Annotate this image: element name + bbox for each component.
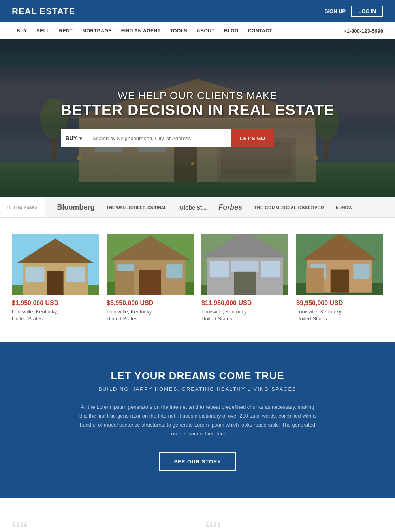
site-logo: REAL ESTATE — [12, 6, 75, 17]
quote-mark-icon: ““ — [205, 522, 383, 532]
nav-about[interactable]: ABOUT — [192, 22, 219, 39]
search-type-label: BUY — [66, 135, 77, 141]
bloomberg-logo[interactable]: Bloomberg — [57, 203, 95, 212]
testimonial-2: ““ There are many variations of passages… — [205, 522, 383, 532]
hero-content: WE HELP OUR CLIENTS MAKE BETTER DECISION… — [53, 90, 342, 147]
search-button[interactable]: LET'S GO — [231, 129, 274, 147]
listings-grid: $1,950,000 USD Louisville, Kentucky,Unit… — [12, 234, 383, 322]
listing-location: Louisville, Kentucky,United States — [201, 308, 288, 322]
listing-location: Louisville, Kentucky,United States — [107, 308, 194, 322]
signup-link[interactable]: SIGN UP — [325, 8, 346, 14]
svg-rect-38 — [234, 271, 256, 295]
svg-rect-30 — [139, 270, 161, 295]
dreams-section: LET YOUR DREAMS COME TRUE BUILDING HAPPY… — [0, 342, 395, 498]
dreams-text: All the Lorem Ipsum generators on the In… — [79, 403, 316, 438]
forbes-logo[interactable]: Forbes — [218, 203, 242, 212]
search-input[interactable] — [87, 129, 231, 147]
svg-rect-41 — [231, 261, 259, 272]
nav-phone: +1-800-123-5698 — [344, 28, 383, 34]
svg-rect-49 — [306, 268, 324, 293]
listing-card[interactable]: $9,950,000 USD Louisville, Kentucky,Unit… — [296, 234, 383, 322]
house-illustration-2 — [107, 234, 194, 295]
house-illustration-3 — [201, 234, 288, 295]
listings-section: $1,950,000 USD Louisville, Kentucky,Unit… — [0, 218, 395, 342]
chevron-down-icon — [79, 135, 82, 141]
listing-image — [107, 234, 194, 295]
listing-location: Louisville, Kentucky,United States — [296, 308, 383, 322]
header-actions: SIGN UP LOG IN — [325, 6, 383, 17]
listing-price: $11,950,000 USD — [201, 300, 288, 307]
svg-rect-23 — [47, 271, 63, 295]
hero-subtitle: WE HELP OUR CLIENTS MAKE — [61, 90, 335, 102]
header: REAL ESTATE SIGN UP LOG IN — [0, 0, 395, 22]
nav-contact[interactable]: CONTACT — [243, 22, 277, 39]
svg-rect-46 — [331, 270, 349, 293]
listing-card[interactable]: $1,950,000 USD Louisville, Kentucky,Unit… — [12, 234, 99, 322]
news-label: IN THE NEWS — [0, 197, 45, 217]
main-nav: BUY SELL RENT MORTGAGE FIND AN AGENT TOO… — [0, 22, 395, 39]
nav-blog[interactable]: BLOG — [219, 22, 243, 39]
listing-image — [201, 234, 288, 295]
svg-rect-39 — [210, 261, 229, 277]
listing-price: $1,950,000 USD — [12, 300, 99, 307]
wsj-logo[interactable]: THE WALL STREET JOURNAL. — [107, 205, 168, 210]
svg-rect-32 — [166, 264, 182, 278]
listing-image — [296, 234, 383, 295]
hero-section: WE HELP OUR CLIENTS MAKE BETTER DECISION… — [0, 39, 395, 197]
listing-price: $5,950,000 USD — [107, 300, 194, 307]
listing-card[interactable]: $11,950,000 USD Louisville, Kentucky,Uni… — [201, 234, 288, 322]
globe-logo[interactable]: Globe St... — [179, 204, 207, 211]
svg-rect-25 — [66, 267, 85, 282]
news-logos: Bloomberg THE WALL STREET JOURNAL. Globe… — [45, 203, 365, 212]
listing-image — [12, 234, 99, 295]
biznow-logo[interactable]: bizNOW — [336, 205, 352, 210]
see-story-button[interactable]: SEE OUR STORY — [159, 452, 236, 471]
svg-rect-24 — [25, 267, 44, 282]
nav-find-agent[interactable]: FIND AN AGENT — [117, 22, 166, 39]
hero-title: BETTER DECISION IN REAL ESTATE — [61, 102, 335, 119]
hero-search-bar: BUY LET'S GO — [61, 129, 274, 147]
svg-rect-40 — [261, 261, 280, 277]
listing-location: Louisville, Kentucky,United States — [12, 308, 99, 322]
news-bar: IN THE NEWS Bloomberg THE WALL STREET JO… — [0, 197, 395, 218]
svg-point-18 — [314, 155, 318, 160]
nav-buy[interactable]: BUY — [12, 22, 32, 39]
house-illustration-1 — [12, 234, 99, 295]
house-illustration-4 — [296, 234, 383, 295]
nav-sell[interactable]: SELL — [32, 22, 55, 39]
testimonial-1: ““ There are many variations of passages… — [12, 522, 190, 532]
svg-rect-48 — [353, 264, 369, 279]
nav-links: BUY SELL RENT MORTGAGE FIND AN AGENT TOO… — [12, 22, 277, 39]
login-button[interactable]: LOG IN — [351, 6, 383, 17]
svg-point-17 — [77, 155, 81, 160]
nav-rent[interactable]: RENT — [55, 22, 78, 39]
nav-tools[interactable]: TOOLS — [165, 22, 192, 39]
listing-price: $9,950,000 USD — [296, 300, 383, 307]
dreams-title: LET YOUR DREAMS COME TRUE — [12, 370, 383, 382]
dreams-subtitle: BUILDING HAPPY HOMES, CREATING HEALTHY L… — [12, 386, 383, 392]
quote-mark-icon: ““ — [12, 522, 190, 532]
listing-card[interactable]: $5,950,000 USD Louisville, Kentucky,Unit… — [107, 234, 194, 322]
search-type-dropdown[interactable]: BUY — [61, 129, 87, 147]
testimonials-section: ““ There are many variations of passages… — [0, 498, 395, 532]
nav-mortgage[interactable]: MORTGAGE — [77, 22, 117, 39]
svg-point-6 — [191, 162, 194, 165]
commercial-observer-logo[interactable]: THE COMMERCIAL OBSERVER — [254, 205, 324, 210]
svg-rect-33 — [115, 271, 134, 295]
svg-rect-9 — [221, 142, 292, 178]
